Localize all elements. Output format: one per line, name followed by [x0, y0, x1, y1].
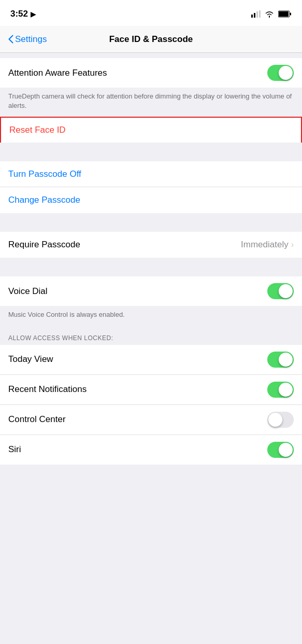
- reset-face-id-label: Reset Face ID: [9, 125, 66, 135]
- back-button[interactable]: Settings: [8, 34, 47, 45]
- nav-bar: Settings Face ID & Passcode: [0, 26, 302, 53]
- time-label: 3:52: [10, 9, 28, 19]
- attention-aware-cell[interactable]: Attention Aware Features: [0, 58, 302, 88]
- turn-passcode-off-cell[interactable]: Turn Passcode Off: [0, 161, 302, 187]
- require-passcode-cell[interactable]: Require Passcode Immediately ›: [0, 232, 302, 258]
- recent-notifications-cell[interactable]: Recent Notifications: [0, 375, 302, 405]
- siri-cell[interactable]: Siri: [0, 435, 302, 465]
- toggle-knob-recent: [279, 383, 293, 397]
- toggle-knob-today: [279, 353, 293, 367]
- allow-access-group: Today View Recent Notifications Control …: [0, 345, 302, 465]
- toggle-knob-siri: [279, 443, 293, 457]
- svg-rect-3: [259, 10, 261, 18]
- section-gap-4: [0, 258, 302, 276]
- section-gap-3: [0, 213, 302, 232]
- attention-aware-description: TrueDepth camera will check for attentio…: [0, 88, 302, 117]
- svg-rect-0: [251, 15, 253, 18]
- section-gap-2: [0, 143, 302, 161]
- toggle-knob-voice: [279, 284, 293, 298]
- today-view-label: Today View: [8, 354, 53, 365]
- siri-label: Siri: [8, 444, 21, 455]
- svg-rect-6: [290, 13, 292, 16]
- passcode-group: Turn Passcode Off Change Passcode: [0, 161, 302, 213]
- section-gap-1: [0, 53, 302, 58]
- attention-aware-group: Attention Aware Features: [0, 58, 302, 88]
- status-time: 3:52 ▶: [10, 9, 36, 19]
- require-passcode-value: Immediately ›: [241, 240, 294, 250]
- voice-dial-label: Voice Dial: [8, 286, 48, 297]
- change-passcode-label: Change Passcode: [8, 195, 80, 205]
- status-bar: 3:52 ▶: [0, 0, 302, 26]
- today-view-cell[interactable]: Today View: [0, 345, 302, 375]
- voice-dial-toggle[interactable]: [267, 283, 294, 299]
- battery-icon: [278, 10, 292, 18]
- status-icons: [251, 10, 292, 18]
- reset-face-id-group: Reset Face ID: [0, 117, 302, 143]
- require-passcode-chevron: ›: [291, 240, 294, 249]
- page-title: Face ID & Passcode: [109, 34, 193, 45]
- location-icon: ▶: [31, 10, 36, 18]
- recent-notifications-label: Recent Notifications: [8, 384, 87, 395]
- siri-toggle[interactable]: [267, 442, 294, 458]
- change-passcode-cell[interactable]: Change Passcode: [0, 187, 302, 213]
- toggle-knob-control: [268, 413, 282, 427]
- svg-rect-2: [256, 11, 258, 18]
- recent-notifications-toggle[interactable]: [267, 382, 294, 398]
- control-center-toggle[interactable]: [267, 412, 294, 428]
- require-passcode-value-text: Immediately: [241, 240, 289, 250]
- allow-access-header: Allow Access When Locked:: [0, 326, 302, 345]
- voice-dial-cell[interactable]: Voice Dial: [0, 276, 302, 306]
- attention-aware-toggle[interactable]: [267, 65, 294, 81]
- signal-icon: [251, 10, 261, 18]
- svg-rect-1: [254, 13, 255, 18]
- svg-rect-5: [279, 11, 289, 17]
- require-passcode-group: Require Passcode Immediately ›: [0, 232, 302, 258]
- control-center-cell[interactable]: Control Center: [0, 405, 302, 435]
- voice-dial-group: Voice Dial: [0, 276, 302, 306]
- reset-face-id-cell[interactable]: Reset Face ID: [0, 117, 302, 143]
- today-view-toggle[interactable]: [267, 352, 294, 368]
- control-center-label: Control Center: [8, 414, 66, 425]
- attention-aware-label: Attention Aware Features: [8, 68, 107, 78]
- toggle-knob: [279, 66, 293, 80]
- require-passcode-label: Require Passcode: [8, 240, 80, 250]
- back-chevron-icon: [8, 35, 13, 44]
- turn-passcode-off-label: Turn Passcode Off: [8, 169, 81, 179]
- wifi-icon: [265, 10, 274, 18]
- voice-dial-description: Music Voice Control is always enabled.: [0, 306, 302, 326]
- back-label: Settings: [15, 34, 47, 45]
